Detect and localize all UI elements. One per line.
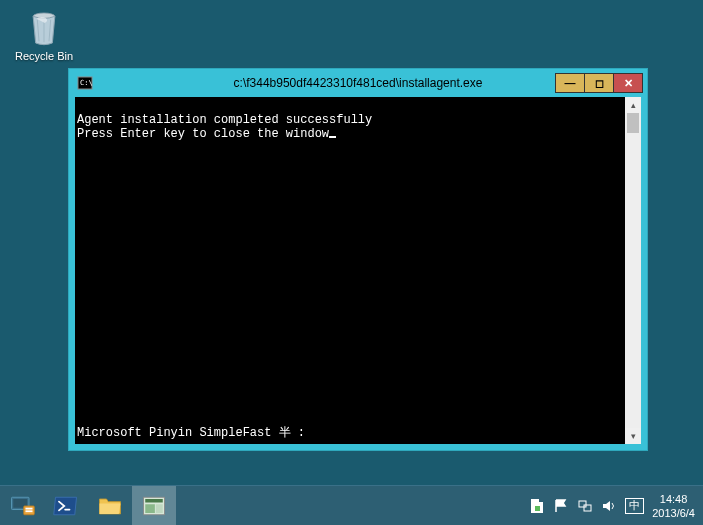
ime-status-line: Microsoft Pinyin SimpleFast 半 : — [77, 426, 305, 440]
server-manager-icon — [8, 492, 36, 520]
taskbar-spacer — [176, 486, 521, 525]
svg-rect-12 — [535, 506, 540, 511]
taskbar-item-server-manager[interactable] — [0, 486, 44, 525]
vertical-scrollbar[interactable]: ▴ ▾ — [625, 97, 641, 444]
console-line: Agent installation completed successfull… — [77, 113, 372, 127]
window-body: Agent installation completed successfull… — [75, 97, 641, 444]
taskbar-item-powershell[interactable] — [44, 486, 88, 525]
console-line: Press Enter key to close the window — [77, 127, 329, 141]
folder-icon — [96, 492, 124, 520]
system-tray: 中 14:48 2013/6/4 — [521, 486, 703, 525]
svg-rect-9 — [145, 499, 163, 503]
minimize-button[interactable]: — — [555, 73, 585, 93]
svg-rect-11 — [156, 504, 163, 513]
svg-rect-13 — [579, 501, 586, 507]
svg-rect-7 — [26, 510, 33, 512]
action-center-icon[interactable] — [529, 498, 545, 514]
scroll-thumb[interactable] — [627, 113, 639, 133]
console-window: C:\ c:\f344b950df4423310f481ced\installa… — [68, 68, 648, 451]
recycle-bin-icon — [24, 8, 64, 48]
console-icon — [140, 492, 168, 520]
taskbar: 中 14:48 2013/6/4 — [0, 485, 703, 525]
clock-date: 2013/6/4 — [652, 506, 695, 520]
taskbar-item-explorer[interactable] — [88, 486, 132, 525]
recycle-bin-label: Recycle Bin — [14, 50, 74, 62]
maximize-button[interactable]: ◻ — [584, 73, 614, 93]
app-icon: C:\ — [77, 75, 93, 91]
console-output[interactable]: Agent installation completed successfull… — [75, 97, 625, 444]
titlebar[interactable]: C:\ c:\f344b950df4423310f481ced\installa… — [69, 69, 647, 97]
recycle-bin[interactable]: Recycle Bin — [14, 8, 74, 62]
svg-rect-14 — [584, 505, 591, 511]
scroll-up-icon[interactable]: ▴ — [625, 97, 641, 113]
svg-rect-6 — [26, 507, 33, 509]
svg-rect-10 — [145, 504, 155, 513]
network-icon[interactable] — [577, 498, 593, 514]
taskbar-clock[interactable]: 14:48 2013/6/4 — [652, 492, 695, 520]
powershell-icon — [52, 492, 80, 520]
svg-text:C:\: C:\ — [80, 79, 93, 87]
taskbar-item-console[interactable] — [132, 486, 176, 525]
text-cursor — [329, 136, 336, 138]
scroll-down-icon[interactable]: ▾ — [625, 428, 641, 444]
volume-icon[interactable] — [601, 498, 617, 514]
flag-icon[interactable] — [553, 498, 569, 514]
ime-indicator[interactable]: 中 — [625, 498, 644, 514]
titlebar-buttons: — ◻ ✕ — [556, 73, 643, 93]
clock-time: 14:48 — [652, 492, 695, 506]
close-button[interactable]: ✕ — [613, 73, 643, 93]
